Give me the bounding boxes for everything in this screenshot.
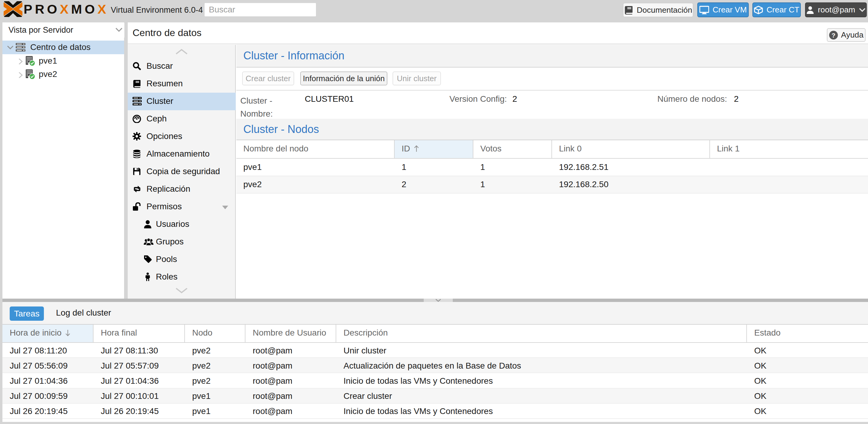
svg-text:?: ? [831, 31, 835, 38]
